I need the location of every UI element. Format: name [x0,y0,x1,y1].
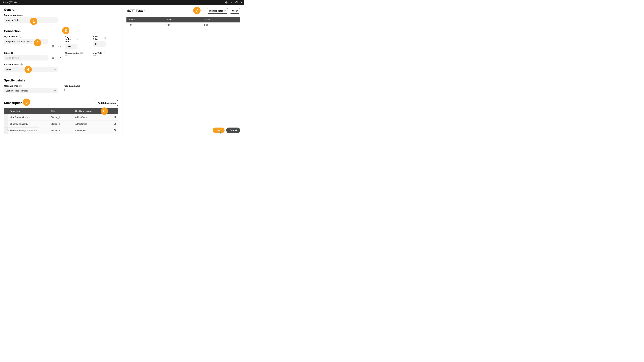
right-panel: MQTT Tester 7 Disable listener Clear Sta… [122,5,244,136]
chevron-down-icon [54,90,56,92]
trash-icon[interactable] [51,56,55,59]
titlebar: Add MQTT data [0,0,244,5]
mqtt-broker-label: MQTT broker i [4,35,48,38]
use-tls-label: Use TLS i [93,52,113,54]
close-icon[interactable] [240,1,243,4]
tester-table: Station_1Station_2Station_3 100100200 [126,16,240,28]
col-title: Title [49,108,73,114]
clean-session-checkbox[interactable] [65,55,68,58]
annotation-badge-4: 4 [24,66,32,73]
info-icon[interactable]: i [20,63,23,66]
annotation-badge-2: 2 [34,39,41,46]
annotation-badge-6: 6 [100,107,108,115]
tester-cell: 200 [202,22,240,28]
left-panel: General Data source name 1 Connection 3 … [0,5,122,136]
trash-icon[interactable] [114,130,116,132]
info-icon[interactable]: i [81,85,83,87]
authentication-label: Authentication i [4,63,58,66]
client-id-input[interactable] [4,55,48,60]
annotation-badge-3: 3 [62,27,70,34]
trash-icon[interactable] [114,123,116,125]
add-subscription-button[interactable]: Add Subscription [95,100,118,106]
reuse-connection-button[interactable]: Reuse existing connection [4,128,40,133]
info-icon[interactable]: i [80,52,83,54]
annotation-badge-7: 7 [193,7,200,14]
general-heading: General [4,8,118,11]
cursor-icon [219,131,222,134]
tester-col: Station_3 [202,16,240,22]
chevron-down-icon [54,68,56,70]
minimize-icon[interactable] [230,1,233,4]
mqtt-broker-port-label: MQTT broker port i [65,35,78,43]
info-icon[interactable]: i [19,85,22,87]
window-controls [225,1,243,4]
code-icon[interactable] [58,45,62,48]
maximize-icon[interactable] [235,1,238,4]
trash-icon[interactable] [114,116,116,119]
svg-rect-7 [7,130,8,131]
trash-icon[interactable] [51,45,55,48]
data-source-name-label: Data source name [4,14,58,16]
tester-col: Station_2 [164,16,202,22]
info-icon[interactable]: i [18,35,21,38]
disable-listener-button[interactable]: Disable listener [207,8,228,13]
keep-alive-label: Keep Alive i [93,35,106,40]
use-tls-checkbox[interactable] [93,55,96,58]
info-icon[interactable]: i [103,52,105,54]
clear-button[interactable]: Clear [230,8,240,13]
keep-alive-input[interactable] [93,41,106,46]
window-title: Add MQTT data [1,1,225,3]
info-icon[interactable]: i [14,52,16,54]
code-icon[interactable] [58,56,62,59]
lock-icon [6,129,9,132]
help-icon[interactable] [225,1,228,4]
info-icon[interactable]: i [76,38,78,40]
use-data-paths-checkbox[interactable] [64,88,68,91]
mqtt-broker-port-input[interactable] [65,44,78,49]
table-row[interactable]: shopfloor/station2/Station_2AtMostOnce [4,121,118,127]
annotation-badge-1: 1 [30,17,38,25]
client-id-label: Client ID i [4,52,48,54]
message-type-label: Message type i [4,85,58,87]
message-type-select[interactable]: Last message (simple) [4,88,58,93]
cancel-button[interactable]: Cancel [226,128,240,133]
svg-rect-4 [236,2,237,3]
tester-cell: 100 [164,22,202,28]
info-icon[interactable]: i [104,37,106,39]
details-heading: Specify details [4,79,118,82]
ok-button[interactable]: OK [213,128,225,133]
clean-session-label: Clean session i [65,52,85,54]
tester-cell: 100 [126,22,164,28]
table-row[interactable]: shopfloor/station1/Station_1AtMostOnce [4,114,118,121]
use-data-paths-label: Use data paths i [64,85,90,87]
connection-heading: Connection [4,29,118,33]
subscriptions-heading: Subscriptions [4,101,24,105]
col-topic: Topic filter [8,108,49,114]
tester-col: Station_1 [126,16,164,22]
annotation-badge-5: 5 [23,98,30,106]
mqtt-broker-input[interactable] [4,39,48,44]
